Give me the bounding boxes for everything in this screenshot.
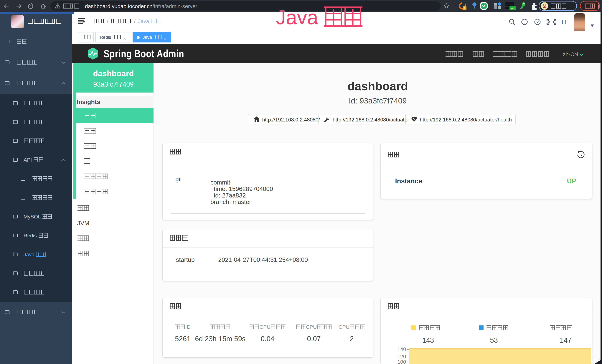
svg-text:on: on — [511, 7, 514, 10]
svg-text:1: 1 — [464, 7, 465, 10]
svg-text:?: ? — [536, 20, 538, 24]
svg-text:tT: tT — [562, 19, 567, 25]
